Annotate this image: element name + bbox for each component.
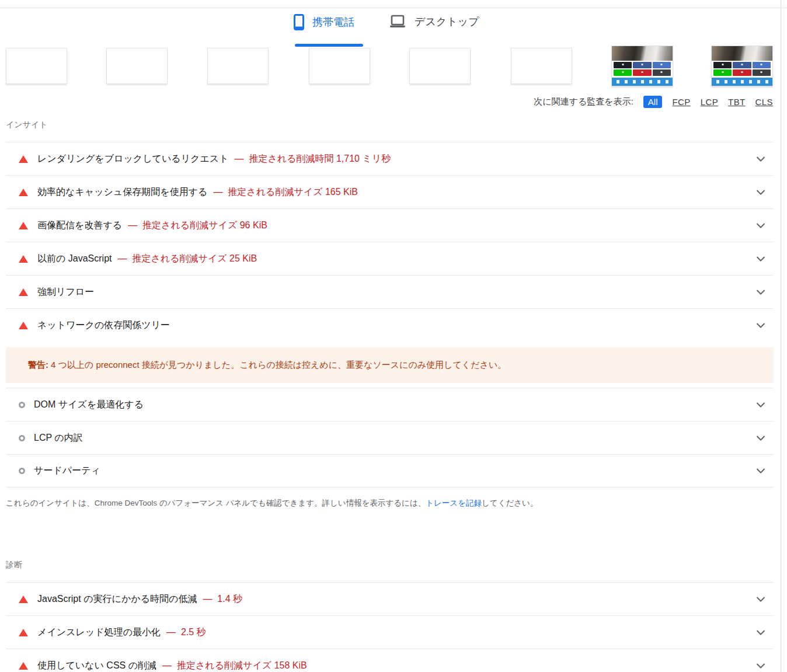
audit-title: 使用していない CSS の削減 — [37, 660, 156, 672]
thumbnail-photo — [612, 46, 673, 61]
audit-savings: — 推定される削減サイズ 96 KiB — [128, 220, 267, 232]
filmstrip-thumbnail — [711, 46, 773, 86]
insight-row-third-parties[interactable]: サードパーティ — [6, 454, 774, 488]
insight-row-cache-lifetimes[interactable]: 効率的なキャッシュ保存期間を使用する — 推定される削減サイズ 165 KiB — [6, 175, 774, 208]
insight-row-forced-reflow[interactable]: 強制リフロー — [6, 275, 774, 308]
fail-icon — [19, 222, 28, 229]
fail-icon — [19, 629, 28, 636]
top-divider — [0, 8, 787, 8]
diagnostic-row-main-thread-work[interactable]: メインスレッド処理の最小化 — 2.5 秒 — [6, 615, 774, 649]
chevron-down-icon — [756, 256, 765, 262]
filter-chip-cls[interactable]: CLS — [755, 97, 773, 107]
chevron-down-icon — [756, 223, 765, 228]
info-icon — [19, 435, 25, 441]
chevron-down-icon — [756, 290, 765, 295]
thumbnail-photo — [712, 46, 772, 61]
active-tab-underline — [295, 44, 363, 47]
fail-icon — [19, 662, 28, 670]
report-body: インサイト レンダリングをブロックしているリクエスト — 推定される削減時間 1… — [6, 120, 774, 672]
fail-icon — [19, 322, 28, 329]
filter-chip-all[interactable]: All — [643, 96, 663, 108]
phone-icon — [294, 14, 304, 30]
filter-chip-lcp[interactable]: LCP — [701, 97, 718, 107]
footnote-text: これらのインサイトは、Chrome DevTools のパフォーマンス パネルで… — [6, 499, 426, 507]
container-right-border — [781, 0, 781, 672]
audit-title: サードパーティ — [34, 465, 100, 477]
chevron-down-icon — [756, 597, 765, 602]
filter-label: 次に関連する監査を表示: — [534, 96, 633, 107]
chevron-down-icon — [756, 663, 765, 668]
audit-title: レンダリングをブロックしているリクエスト — [37, 153, 229, 165]
filmstrip-frame — [6, 48, 67, 84]
audit-savings: — 推定される削減サイズ 158 KiB — [162, 660, 307, 672]
chevron-down-icon — [756, 323, 765, 328]
audit-title: 以前の JavaScript — [37, 253, 112, 265]
insight-row-image-delivery[interactable]: 画像配信を改善する — 推定される削減サイズ 96 KiB — [6, 208, 774, 242]
audit-savings: — 推定される削減サイズ 165 KiB — [213, 186, 358, 199]
tab-desktop-label: デスクトップ — [415, 15, 479, 29]
audit-title: メインスレッド処理の最小化 — [37, 626, 161, 639]
footnote-text: してください。 — [482, 499, 538, 507]
filmstrip-frame — [309, 48, 370, 84]
chevron-down-icon — [756, 436, 765, 441]
lighthouse-report-page: { "tabs": { "mobile_label": "携帯電話", "des… — [0, 0, 787, 672]
insight-row-render-blocking[interactable]: レンダリングをブロックしているリクエスト — 推定される削減時間 1,710 ミ… — [6, 142, 774, 175]
insights-section-label: インサイト — [6, 120, 774, 142]
thumbnail-share-buttons — [612, 61, 673, 77]
chevron-down-icon — [756, 402, 765, 408]
chevron-down-icon — [756, 630, 765, 635]
audit-title: 画像配信を改善する — [37, 220, 122, 232]
fail-icon — [19, 288, 28, 296]
audit-title: LCP の内訳 — [34, 432, 83, 444]
audit-title: JavaScript の実行にかかる時間の低減 — [37, 593, 197, 605]
info-icon — [19, 402, 25, 408]
diagnostic-row-unused-css[interactable]: 使用していない CSS の削減 — 推定される削減サイズ 158 KiB — [6, 649, 774, 672]
record-trace-link[interactable]: トレースを記録 — [426, 499, 482, 507]
filmstrip-frame — [409, 48, 471, 84]
audit-savings: — 1.4 秒 — [203, 593, 242, 605]
insights-footnote: これらのインサイトは、Chrome DevTools のパフォーマンス パネルで… — [6, 498, 774, 509]
audit-title: ネットワークの依存関係ツリー — [37, 319, 170, 332]
audit-savings: — 2.5 秒 — [166, 626, 206, 639]
thumbnail-toolbar — [612, 78, 673, 86]
thumbnail-toolbar — [712, 78, 772, 86]
info-icon — [19, 468, 25, 474]
preconnect-warning-banner: 警告:4 つ以上の preconnect 接続が見つかりました。これらの接続は控… — [6, 347, 774, 383]
chevron-down-icon — [756, 156, 765, 162]
fail-icon — [19, 155, 28, 163]
diagnostics-section-label: 診断 — [6, 560, 774, 582]
tab-mobile[interactable]: 携帯電話 — [294, 14, 354, 30]
laptop-icon — [389, 14, 406, 29]
insight-row-lcp-breakdown[interactable]: LCP の内訳 — [6, 421, 774, 454]
audit-title: 効率的なキャッシュ保存期間を使用する — [37, 186, 207, 199]
fail-icon — [19, 596, 28, 603]
chevron-down-icon — [756, 468, 765, 473]
audit-title: DOM サイズを最適化する — [34, 399, 144, 411]
filmstrip-thumbnail — [611, 46, 673, 86]
filmstrip-frame — [207, 48, 269, 84]
tab-desktop[interactable]: デスクトップ — [389, 14, 479, 29]
chevron-down-icon — [756, 190, 765, 195]
audit-savings: — 推定される削減時間 1,710 ミリ秒 — [235, 153, 391, 165]
warning-text: 4 つ以上の preconnect 接続が見つかりました。これらの接続は控えめに… — [51, 360, 506, 370]
fail-icon — [19, 255, 28, 263]
warning-label: 警告: — [28, 360, 48, 370]
filmstrip-frame — [511, 48, 572, 84]
filmstrip-frame — [106, 48, 168, 84]
audit-savings: — 推定される削減サイズ 25 KiB — [118, 253, 257, 265]
fail-icon — [19, 189, 28, 196]
thumbnail-share-buttons — [712, 61, 772, 77]
filter-chip-fcp[interactable]: FCP — [672, 97, 690, 107]
filter-chip-tbt[interactable]: TBT — [728, 97, 746, 107]
insight-row-network-dependency-tree[interactable]: ネットワークの依存関係ツリー — [6, 308, 774, 342]
diagnostic-row-js-execution-time[interactable]: JavaScript の実行にかかる時間の低減 — 1.4 秒 — [6, 582, 774, 615]
insight-row-legacy-javascript[interactable]: 以前の JavaScript — 推定される削減サイズ 25 KiB — [6, 242, 774, 275]
audit-filter: 次に関連する監査を表示: All FCP LCP TBT CLS — [534, 96, 773, 108]
insight-row-dom-size[interactable]: DOM サイズを最適化する — [6, 388, 774, 421]
tab-mobile-label: 携帯電話 — [312, 15, 354, 29]
audit-title: 強制リフロー — [37, 286, 94, 298]
